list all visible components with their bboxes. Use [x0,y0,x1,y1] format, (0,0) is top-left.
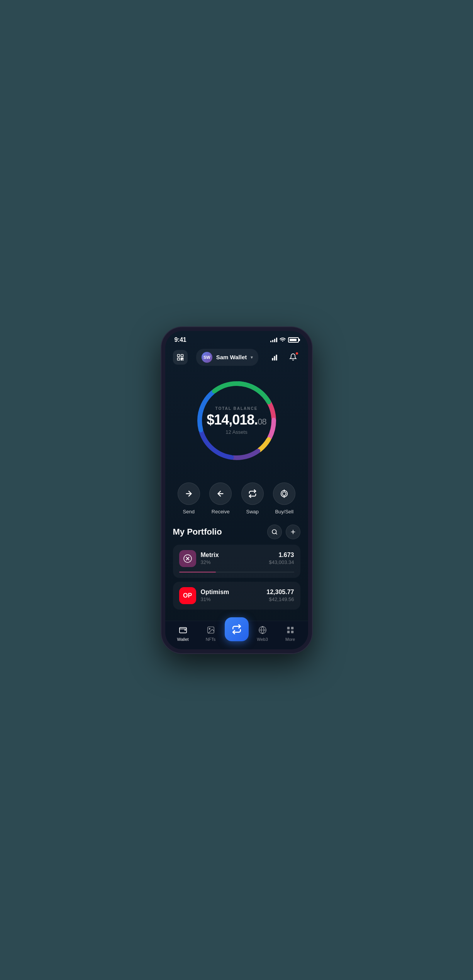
header: SW Sam Wallet ▾ [165,346,308,370]
header-actions [267,350,300,365]
more-nav-label: More [285,637,295,642]
asset-item-metrix[interactable]: Metrix 32% 1.673 $43,003.34 [173,545,300,578]
swap-button[interactable]: Swap [241,482,264,515]
svg-point-17 [283,492,286,495]
donut-chart: TOTAL BALANCE $14,018.08 12 Assets [190,374,283,467]
battery-icon [288,337,299,343]
nav-nfts[interactable]: NFTs [197,625,225,642]
nfts-nav-label: NFTs [206,637,216,642]
svg-rect-32 [287,627,289,629]
center-action-button[interactable] [225,617,249,641]
wallet-name: Sam Wallet [216,354,247,360]
metrix-name: Metrix [201,552,264,559]
status-time: 9:41 [175,336,186,343]
nav-more[interactable]: More [276,625,304,642]
web3-nav-label: Web3 [257,637,268,642]
notification-button[interactable] [286,350,300,365]
svg-rect-33 [291,627,293,629]
buysell-button[interactable]: Buy/Sell [273,482,295,515]
phone-screen: 9:41 [165,331,308,649]
action-buttons: Send Receive [165,475,308,518]
nav-web3[interactable]: Web3 [249,625,276,642]
portfolio-section: My Portfolio [165,518,308,621]
swap-label: Swap [246,509,259,515]
notch [214,335,260,348]
portfolio-actions [267,525,300,539]
optimism-amount: 12,305.77 [266,589,294,596]
svg-line-21 [276,533,277,534]
buysell-label: Buy/Sell [275,509,293,515]
phone-frame: 9:41 [161,327,312,653]
asset-item-optimism[interactable]: OP Optimism 31% 12,305.77 $42,149.56 [173,582,300,610]
web3-nav-icon [258,625,268,635]
balance-section: TOTAL BALANCE $14,018.08 12 Assets [165,370,308,475]
balance-display: TOTAL BALANCE $14,018.08 12 Assets [207,406,266,435]
nav-center[interactable] [225,625,249,641]
metrix-percent: 32% [201,559,264,565]
svg-rect-4 [274,356,275,360]
balance-label: TOTAL BALANCE [207,406,266,411]
svg-point-29 [209,628,210,629]
svg-rect-2 [177,358,180,360]
svg-rect-5 [276,355,277,360]
signal-icon [270,338,277,342]
wallet-selector[interactable]: SW Sam Wallet ▾ [196,349,258,366]
svg-rect-35 [291,630,293,633]
nfts-nav-icon [206,625,216,635]
add-asset-button[interactable] [286,525,300,539]
wallet-nav-icon [178,625,188,635]
optimism-usd: $42,149.56 [266,596,294,602]
metrix-icon [179,550,196,567]
chevron-down-icon: ▾ [251,355,253,360]
more-nav-icon [285,625,295,635]
metrix-progress-fill [179,572,216,572]
avatar: SW [202,352,212,363]
chart-button[interactable] [267,350,282,365]
optimism-name: Optimism [201,589,262,596]
send-button[interactable]: Send [178,482,200,515]
svg-rect-1 [181,354,183,357]
notification-badge [295,352,299,355]
status-icons [270,337,299,343]
receive-button[interactable]: Receive [209,482,232,515]
balance-assets: 12 Assets [207,429,266,435]
svg-rect-0 [177,354,180,357]
receive-label: Receive [212,509,230,515]
metrix-usd: $43,003.34 [269,559,294,565]
svg-rect-34 [287,630,289,633]
wifi-icon [280,337,286,343]
optimism-percent: 31% [201,596,262,602]
metrix-progress-bar [179,572,294,572]
portfolio-title: My Portfolio [173,527,222,537]
nav-wallet[interactable]: Wallet [169,625,197,642]
optimism-icon: OP [179,587,196,604]
metrix-amount: 1.673 [269,552,294,559]
bottom-navigation: Wallet NFTs [165,621,308,649]
search-button[interactable] [267,525,282,539]
svg-rect-3 [272,358,273,360]
portfolio-header: My Portfolio [173,525,300,539]
wallet-nav-label: Wallet [177,637,188,642]
send-label: Send [183,509,195,515]
balance-amount: $14,018.08 [207,413,266,427]
scan-button[interactable] [173,350,188,365]
